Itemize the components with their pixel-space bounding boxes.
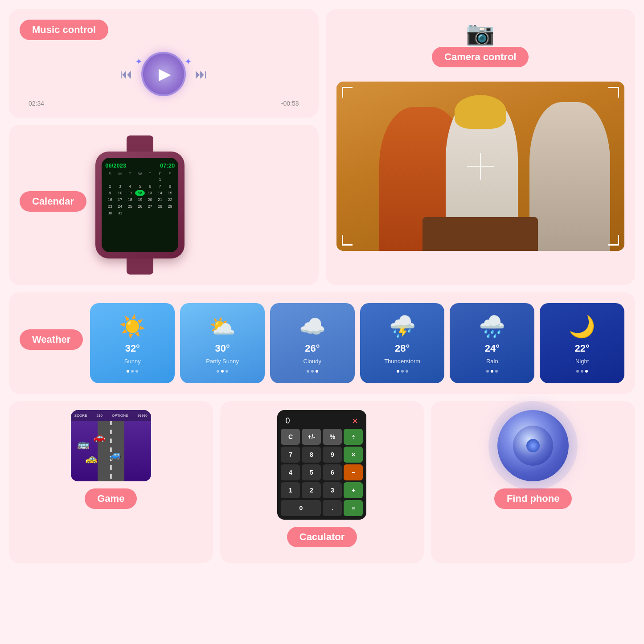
partly-dots [217,370,228,373]
game-score-bar: SCORE 290 OPTIONS 99990 [71,410,151,421]
calc-divide[interactable]: ÷ [344,429,363,445]
partly-icon: ⛅ [209,314,236,339]
calc-2[interactable]: 2 [302,482,321,498]
music-label: Music control [20,20,108,40]
game-screen[interactable]: SCORE 290 OPTIONS 99990 🚗 🚙 🚕 🚌 [71,410,151,481]
game-label: Game [85,488,137,509]
sunny-dots [127,370,138,373]
play-button[interactable] [141,52,186,96]
calc-percent[interactable]: % [323,429,342,445]
cal-day-3: 3 [115,183,125,189]
thunder-icon: ⛈️ [389,314,416,339]
phone-dot [526,439,540,452]
night-desc: Night [575,358,589,365]
next-button[interactable]: ⏭ [195,67,207,82]
sunny-desc: Sunny [124,358,141,365]
cal-day-7: 7 [155,183,164,189]
calc-4[interactable]: 4 [281,464,300,480]
cal-header-t1: T [125,172,135,176]
weather-sunny: ☀️ 32° Sunny [90,303,175,383]
cal-day-9: 9 [105,190,115,196]
calc-close-btn[interactable]: ✕ [352,416,358,426]
cloudy-icon: ☁️ [299,314,326,339]
watch-container: 06/2023 07:20 S M T W T F S [95,135,185,275]
find-phone-icon[interactable] [497,410,569,481]
calc-1[interactable]: 1 [281,482,300,498]
cal-day-1: 1 [155,176,164,183]
rain-temp: 24° [485,343,500,354]
night-dots [576,370,588,373]
camera-viewfinder[interactable] [336,82,625,251]
cal-day-15: 15 [165,190,175,196]
calc-c[interactable]: C [281,429,300,445]
calc-5[interactable]: 5 [302,464,321,480]
partly-temp: 30° [215,343,230,354]
calc-equals[interactable]: = [344,500,363,516]
corner-bl [342,235,353,246]
calc-plus[interactable]: + [344,482,363,498]
car-blue: 🚌 [77,439,89,450]
cal-header-f: F [155,172,164,176]
game-options-label: OPTIONS [112,414,128,418]
cal-day-31: 31 [115,210,125,216]
crosshair-v [480,153,481,180]
calendar-label: Calendar [20,191,86,212]
weather-thunder: ⛈️ 28° Thunderstorm [360,303,445,383]
sparkle-left-icon: ✦ [135,56,143,67]
cal-day-19: 19 [135,197,144,203]
cal-empty-1 [105,176,115,183]
prev-button[interactable]: ⏮ [120,67,132,82]
game-card: SCORE 290 OPTIONS 99990 🚗 🚙 🚕 🚌 Game [9,401,213,563]
watch-header: 06/2023 07:20 [105,162,175,169]
cal-day-20: 20 [145,197,155,203]
cal-header-w: W [135,172,144,176]
rain-icon: 🌧️ [479,314,505,339]
weather-cloudy: ☁️ 26° Cloudy [270,303,355,383]
calc-9[interactable]: 9 [323,447,342,463]
corner-tl [342,87,353,98]
cal-empty-4 [135,176,144,183]
weather-card: Weather ☀️ 32° Sunny ⛅ 30° Partly Sunny … [9,292,635,394]
calc-display: 0 ✕ [281,414,363,429]
cal-empty-5 [145,176,155,183]
calc-plusminus[interactable]: +/- [302,429,321,445]
calc-3[interactable]: 3 [323,482,342,498]
music-times: 02:34 -00:58 [20,100,308,107]
calc-0[interactable]: 0 [281,500,321,516]
cal-day-13: 13 [145,190,155,196]
game-score-label: SCORE [74,414,87,418]
cal-day-30: 30 [105,210,115,216]
calc-dot[interactable]: . [323,500,342,516]
camera-icon: 📷 [336,20,625,47]
night-icon: 🌙 [569,314,595,339]
cal-day-17: 17 [115,197,125,203]
phone-inner [513,426,553,466]
time-elapsed: 02:34 [29,100,44,107]
cal-day-27: 27 [145,203,155,209]
weather-rain: 🌧️ 24° Rain [450,303,534,383]
calc-7[interactable]: 7 [281,447,300,463]
calendar-card: Calendar 06/2023 07:20 S M T W T [9,125,319,285]
cloudy-desc: Cloudy [304,358,321,365]
car-red: 🚗 [93,431,105,443]
game-score: 290 [97,414,103,418]
calc-multiply[interactable]: × [344,447,363,463]
game-high-score: 99990 [138,414,148,418]
calc-card: 0 ✕ C +/- % ÷ 7 8 9 × 4 5 6 − 1 [220,401,424,563]
cal-day-24: 24 [115,203,125,209]
cal-header-m: M [115,172,125,176]
partly-desc: Partly Sunny [206,358,239,365]
cal-day-16: 16 [105,197,115,203]
cal-header-s2: S [165,172,175,176]
calc-8[interactable]: 8 [302,447,321,463]
cal-day-10: 10 [115,190,125,196]
music-control-card: Music control ⏮ ✦ ✦ ⏭ 02:34 -00:58 [9,9,319,118]
calc-label: Caculator [287,527,357,547]
bottom-row: SCORE 290 OPTIONS 99990 🚗 🚙 🚕 🚌 Game [9,401,635,563]
cal-month: 06/2023 [105,162,126,169]
thunder-dots [397,370,408,373]
cal-day-11: 11 [125,190,135,196]
cal-day-5: 5 [135,183,144,189]
calc-6[interactable]: 6 [323,464,342,480]
calc-minus[interactable]: − [344,464,363,480]
